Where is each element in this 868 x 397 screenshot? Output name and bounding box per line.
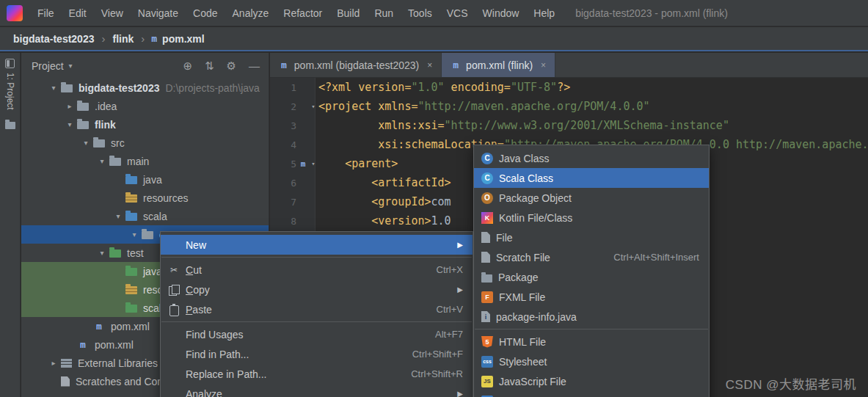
file-icon bbox=[481, 232, 490, 243]
context-menu-item-cut[interactable]: ✂CutCtrl+X bbox=[161, 260, 473, 280]
project-panel-title[interactable]: Project bbox=[32, 60, 64, 72]
code-line: 1<?xml version="1.0" encoding="UTF-8"?> bbox=[270, 78, 868, 97]
src-folder-icon bbox=[125, 213, 137, 221]
collapse-all-icon[interactable]: ⇅ bbox=[205, 59, 214, 73]
code-text: <version>1.0 bbox=[318, 214, 451, 227]
package-info-icon: i bbox=[481, 311, 490, 322]
breadcrumb-item-pom-xml[interactable]: pom.xml bbox=[159, 33, 208, 45]
context-menu-item-analyze[interactable]: Analyze▶ bbox=[161, 384, 473, 397]
context-menu-item-find-usages[interactable]: Find UsagesAlt+F7 bbox=[161, 324, 473, 344]
chevron-down-icon[interactable]: ▾ bbox=[69, 62, 73, 70]
menu-item-label: Scala Class bbox=[499, 172, 553, 184]
new-menu-item-scala-class[interactable]: CScala Class bbox=[474, 168, 709, 188]
code-text: <parent> bbox=[318, 157, 398, 170]
menu-icon-spacer bbox=[168, 388, 180, 397]
line-number: 8 bbox=[270, 216, 296, 227]
tree-item-src[interactable]: ▾src bbox=[21, 134, 269, 152]
tree-collapsed-icon[interactable]: ▸ bbox=[46, 359, 61, 367]
menubar-item-tools[interactable]: Tools bbox=[401, 7, 440, 19]
tree-expanded-icon[interactable]: ▾ bbox=[111, 212, 125, 220]
tree-item-label: pom.xml bbox=[95, 339, 134, 351]
tree-item-java[interactable]: java bbox=[21, 170, 269, 189]
menubar-item-edit[interactable]: Edit bbox=[62, 7, 94, 19]
menubar-item-analyze[interactable]: Analyze bbox=[225, 7, 277, 19]
editor-tab-pom-xml-bigdata-test2023[interactable]: mpom.xml (bigdata-test2023)× bbox=[270, 53, 442, 77]
hide-icon[interactable]: — bbox=[249, 59, 260, 72]
locate-icon[interactable]: ⊕ bbox=[183, 59, 192, 73]
tree-expanded-icon[interactable]: ▾ bbox=[79, 139, 93, 147]
new-menu-item-file[interactable]: File bbox=[474, 227, 709, 247]
tree-expanded-icon[interactable]: ▾ bbox=[95, 157, 109, 165]
menubar-item-navigate[interactable]: Navigate bbox=[131, 7, 186, 19]
breadcrumb-item-flink[interactable]: flink bbox=[109, 33, 136, 45]
fold-icon[interactable]: ▾ bbox=[308, 160, 318, 167]
close-icon[interactable]: × bbox=[427, 60, 432, 70]
menu-item-label: package-info.java bbox=[496, 311, 577, 323]
project-tool-button[interactable]: 1: Project bbox=[5, 59, 15, 110]
fold-icon[interactable]: ▾ bbox=[308, 103, 318, 110]
context-menu-item-find-in-path[interactable]: Find in Path...Ctrl+Shift+F bbox=[161, 344, 473, 364]
tree-collapsed-icon[interactable]: ▸ bbox=[62, 102, 77, 110]
menubar-item-view[interactable]: View bbox=[94, 7, 131, 19]
new-menu-item-package-object[interactable]: OPackage Object bbox=[474, 188, 709, 208]
new-menu-item-package[interactable]: Package bbox=[474, 267, 709, 287]
folder-icon bbox=[77, 121, 89, 129]
maven-icon: m bbox=[151, 33, 157, 44]
tree-item-idea[interactable]: ▸.idea bbox=[21, 97, 269, 115]
new-menu-item-javascript-file[interactable]: JSJavaScript File bbox=[474, 371, 709, 391]
menubar-item-refactor[interactable]: Refactor bbox=[276, 7, 329, 19]
tree-expanded-icon[interactable]: ▾ bbox=[95, 249, 109, 257]
new-menu-item-scratch-file[interactable]: Scratch FileCtrl+Alt+Shift+Insert bbox=[474, 247, 709, 267]
folder-tool-icon[interactable] bbox=[5, 122, 15, 129]
line-number: 4 bbox=[270, 139, 296, 150]
close-icon[interactable]: × bbox=[541, 60, 546, 70]
new-menu-item-html-file[interactable]: 5HTML File bbox=[474, 332, 709, 352]
window-title: bigdata-test2023 - pom.xml (flink) bbox=[575, 7, 728, 19]
context-menu-item-copy[interactable]: Copy▶ bbox=[161, 280, 473, 299]
tree-item-label: java bbox=[143, 174, 162, 186]
folder-icon bbox=[93, 139, 105, 147]
new-menu-item-typescript-file[interactable]: TSTypeScript File bbox=[474, 391, 709, 397]
menubar-item-vcs[interactable]: VCS bbox=[440, 7, 475, 19]
new-menu-item-stylesheet[interactable]: cssStylesheet bbox=[474, 352, 709, 371]
menu-separator bbox=[161, 321, 472, 322]
menu-item-label: Cut bbox=[186, 264, 202, 276]
context-menu-item-replace-in-path[interactable]: Replace in Path...Ctrl+Shift+R bbox=[161, 364, 473, 384]
menu-item-label: Replace in Path... bbox=[186, 368, 267, 380]
css-icon: css bbox=[481, 356, 493, 368]
tree-expanded-icon[interactable]: ▾ bbox=[46, 84, 61, 92]
settings-icon[interactable]: ⚙ bbox=[227, 59, 236, 73]
tree-expanded-icon[interactable]: ▾ bbox=[62, 120, 77, 128]
cut-icon: ✂ bbox=[168, 264, 180, 276]
tree-expanded-icon[interactable]: ▾ bbox=[127, 230, 142, 238]
new-menu-item-package-info-java[interactable]: ipackage-info.java bbox=[474, 307, 709, 327]
new-menu-item-java-class[interactable]: CJava Class bbox=[474, 148, 709, 168]
menubar-item-help[interactable]: Help bbox=[526, 7, 562, 19]
menubar-item-code[interactable]: Code bbox=[186, 7, 225, 19]
tree-item-resources[interactable]: resources bbox=[21, 189, 269, 207]
breadcrumb-item-bigdata-test2023[interactable]: bigdata-test2023 bbox=[10, 33, 97, 45]
tree-item-scala[interactable]: ▾scala bbox=[21, 207, 269, 225]
context-menu-item-new[interactable]: New▶ bbox=[161, 235, 473, 255]
tree-item-label: test bbox=[127, 247, 144, 259]
maven-icon: m bbox=[281, 59, 287, 70]
new-menu-item-kotlin-file-class[interactable]: KKotlin File/Class bbox=[474, 208, 709, 227]
res-folder-icon bbox=[125, 286, 137, 294]
menubar-item-run[interactable]: Run bbox=[367, 7, 401, 19]
menu-item-label: JavaScript File bbox=[499, 376, 566, 387]
tree-item-bigdata-test2023[interactable]: ▾bigdata-test2023D:\projects-path\java bbox=[21, 79, 269, 97]
menu-shortcut: Alt+F7 bbox=[435, 329, 463, 340]
menu-shortcut: Ctrl+Alt+Shift+Insert bbox=[613, 252, 699, 263]
menu-item-label: Find in Path... bbox=[186, 349, 249, 360]
tree-item-main[interactable]: ▾main bbox=[21, 152, 269, 170]
context-menu-item-paste[interactable]: PasteCtrl+V bbox=[161, 299, 473, 319]
scratch-file-icon bbox=[481, 252, 490, 263]
new-menu-item-fxml-file[interactable]: FFXML File bbox=[474, 287, 709, 307]
menubar-item-window[interactable]: Window bbox=[475, 7, 527, 19]
menubar-item-build[interactable]: Build bbox=[329, 7, 367, 19]
scala-class-icon: C bbox=[481, 172, 493, 184]
editor-tab-pom-xml-flink[interactable]: mpom.xml (flink)× bbox=[442, 53, 555, 77]
line-number: 5 bbox=[270, 159, 296, 170]
tree-item-flink[interactable]: ▾flink bbox=[21, 115, 269, 134]
menubar-item-file[interactable]: File bbox=[30, 7, 62, 19]
